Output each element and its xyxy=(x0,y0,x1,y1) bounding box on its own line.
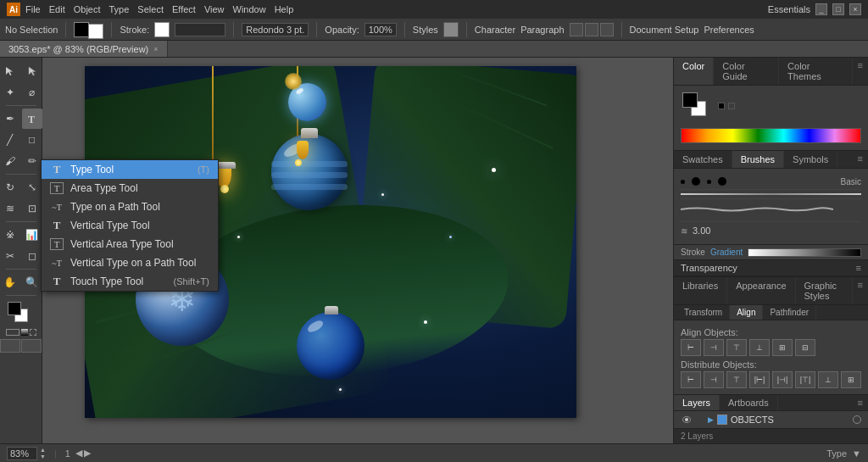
direct-selection-tool[interactable] xyxy=(22,61,42,81)
paintbrush-tool[interactable]: 🖌 xyxy=(0,151,20,171)
none-mode[interactable] xyxy=(30,329,36,336)
gradient-label[interactable]: Gradient xyxy=(710,248,743,257)
column-graph[interactable]: 📊 xyxy=(22,225,42,245)
align-btn1[interactable] xyxy=(570,23,583,36)
dist-btn1[interactable]: ⊢ xyxy=(681,371,701,388)
type-tool-item[interactable]: T Type Tool (T) xyxy=(42,160,218,179)
eye-objects[interactable] xyxy=(681,414,693,426)
tab-artboards[interactable]: Artboards xyxy=(720,395,778,410)
type-tool active[interactable]: T xyxy=(22,109,42,129)
align-btn2[interactable] xyxy=(585,23,598,36)
none-swatch[interactable] xyxy=(728,103,735,109)
subtab-transform[interactable]: Transform xyxy=(677,305,730,320)
vertical-area-type-item[interactable]: T Vertical Area Type Tool xyxy=(42,235,218,253)
tab-layers[interactable]: Layers xyxy=(674,395,720,410)
tab-color-themes[interactable]: Color Themes xyxy=(779,58,852,85)
status-arrow[interactable]: ▼ xyxy=(852,448,861,459)
touch-type-item[interactable]: T Touch Type Tool (Shift+T) xyxy=(42,272,218,291)
align-right[interactable]: ⊤ xyxy=(726,339,747,356)
layer-expand-arrow[interactable]: ▶ xyxy=(708,415,714,424)
warp-tool[interactable]: ≋ xyxy=(0,198,20,219)
draw-mode[interactable] xyxy=(21,339,42,353)
stroke-width[interactable] xyxy=(175,23,225,36)
small-color-swatch[interactable] xyxy=(718,103,725,109)
gradient-mode[interactable] xyxy=(21,329,28,336)
prev-page[interactable]: ◀ xyxy=(75,448,82,459)
zoom-arrows[interactable]: ▲ ▼ xyxy=(40,447,46,459)
menu-select[interactable]: Select xyxy=(137,4,164,14)
align-panel-menu[interactable]: ≡ xyxy=(853,277,868,304)
paragraph-label[interactable]: Paragraph xyxy=(520,25,564,35)
menu-view[interactable]: View xyxy=(204,4,225,14)
fg-color-swatch[interactable] xyxy=(682,92,698,108)
menu-window[interactable]: Window xyxy=(233,4,266,14)
slice-tool[interactable]: ✂ xyxy=(0,246,20,266)
color-mode[interactable] xyxy=(6,329,19,336)
menu-file[interactable]: File xyxy=(25,4,41,14)
area-type-item[interactable]: T Area Type Tool xyxy=(42,179,218,198)
opacity-value[interactable]: 100% xyxy=(364,23,397,36)
stroke-gradient-display[interactable] xyxy=(748,248,861,257)
brush-stroke-row2[interactable] xyxy=(681,199,861,222)
subtab-pathfinder[interactable]: Pathfinder xyxy=(763,305,816,320)
fill-stroke[interactable] xyxy=(74,20,103,39)
zoom-down[interactable]: ▼ xyxy=(40,454,46,459)
doc-tab-close[interactable]: × xyxy=(153,45,158,53)
menu-bar[interactable]: File Edit Object Type Select Effect View… xyxy=(25,4,293,14)
tab-swatches[interactable]: Swatches xyxy=(674,151,732,168)
symbol-sprayer[interactable]: ※ xyxy=(0,225,20,245)
fg-bg-swatches[interactable] xyxy=(681,91,711,121)
selection-tool[interactable] xyxy=(0,61,20,81)
dist-btn5[interactable]: |⊣| xyxy=(772,371,793,388)
tab-graphic-styles[interactable]: Graphic Styles xyxy=(796,277,853,304)
align-buttons[interactable] xyxy=(570,23,614,36)
scale-tool[interactable]: ⤡ xyxy=(22,177,42,198)
maximize-button[interactable]: □ xyxy=(832,3,844,15)
menu-object[interactable]: Object xyxy=(74,4,101,14)
zoom-up[interactable]: ▲ xyxy=(40,447,46,453)
align-top[interactable]: ⊥ xyxy=(749,339,770,356)
free-transform[interactable]: ⊡ xyxy=(22,198,42,219)
layers-panel-menu[interactable]: ≡ xyxy=(853,395,868,410)
document-setup[interactable]: Document Setup xyxy=(630,25,699,35)
layer-target-objects[interactable] xyxy=(853,415,861,424)
fill-indicator[interactable] xyxy=(8,302,21,315)
color-spectrum[interactable] xyxy=(681,128,861,143)
tab-appearance[interactable]: Appearance xyxy=(727,277,795,304)
transparency-menu[interactable]: ≡ xyxy=(856,263,861,273)
dist-btn4[interactable]: |⊢| xyxy=(749,371,770,388)
styles-swatch[interactable] xyxy=(443,22,459,37)
align-center-h[interactable]: ⊣ xyxy=(704,339,724,356)
stroke-color[interactable] xyxy=(154,22,170,37)
menu-edit[interactable]: Edit xyxy=(49,4,65,14)
menu-effect[interactable]: Effect xyxy=(172,4,196,14)
dist-btn3[interactable]: ⊤ xyxy=(726,371,747,388)
doc-tab[interactable]: 3053.eps* @ 83% (RGB/Preview) × xyxy=(0,41,168,57)
lasso-tool[interactable]: ⌀ xyxy=(22,82,42,103)
screen-mode[interactable] xyxy=(0,339,20,353)
brush-row-1[interactable]: Basic xyxy=(681,174,861,190)
vertical-type-item[interactable]: T Vertical Type Tool xyxy=(42,216,218,235)
vertical-path-item[interactable]: ~T Vertical Type on a Path Tool xyxy=(42,253,218,272)
preferences[interactable]: Preferences xyxy=(704,25,754,35)
subtab-align[interactable]: Align xyxy=(730,305,763,320)
eraser-tool[interactable]: ◻ xyxy=(22,246,42,266)
line-tool[interactable]: ╱ xyxy=(0,130,20,150)
fill-swatch[interactable] xyxy=(74,22,89,37)
menu-type[interactable]: Type xyxy=(109,4,130,14)
rotate-tool[interactable]: ↻ xyxy=(0,177,20,198)
align-bottom[interactable]: ⊟ xyxy=(795,339,815,356)
dist-btn6[interactable]: |⊤| xyxy=(795,371,815,388)
align-left[interactable]: ⊢ xyxy=(681,339,701,356)
pencil-tool[interactable]: ✏ xyxy=(22,151,42,171)
next-page[interactable]: ▶ xyxy=(84,448,91,459)
align-btn3[interactable] xyxy=(600,23,614,36)
layer-row-objects[interactable]: ▶ OBJECTS xyxy=(674,411,868,428)
zoom-input[interactable] xyxy=(7,447,37,460)
close-button[interactable]: × xyxy=(849,3,861,15)
brush-stroke-row1[interactable] xyxy=(681,190,861,199)
brushes-panel-menu[interactable]: ≡ xyxy=(853,151,868,168)
dist-btn8[interactable]: ⊞ xyxy=(841,371,861,388)
magic-wand-tool[interactable]: ✦ xyxy=(0,82,20,103)
fill-stroke-swatches[interactable] xyxy=(6,300,36,326)
